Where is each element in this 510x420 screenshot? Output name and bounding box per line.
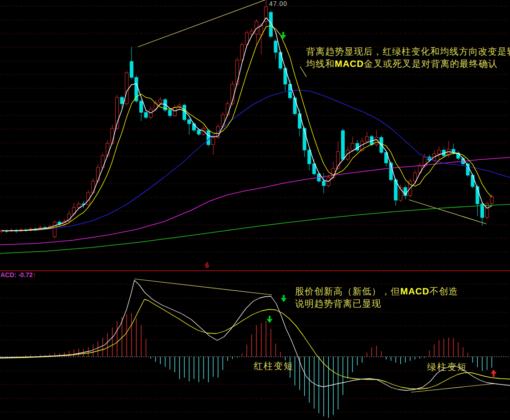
chart-root: 47.00 背离趋势显现后，红绿柱变化和均线方向改变是转折点 均线和MACD金叉…	[0, 0, 510, 420]
stock-chart-canvas[interactable]	[0, 0, 510, 420]
